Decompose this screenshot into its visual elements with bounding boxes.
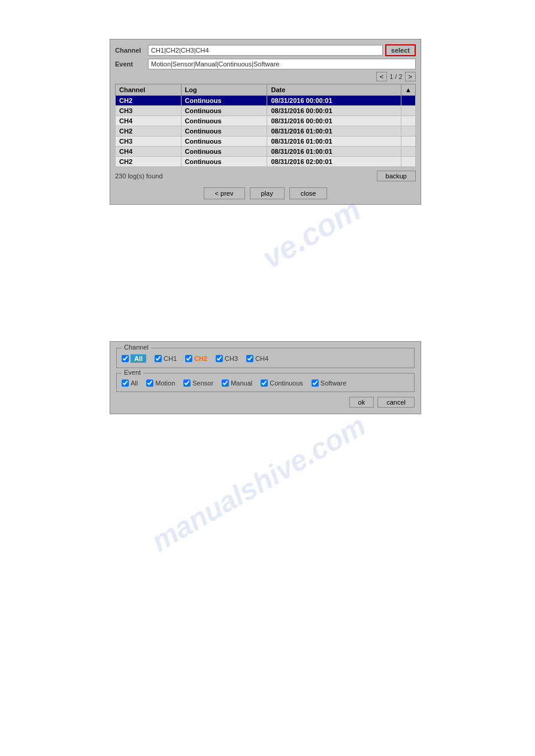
col-channel: Channel — [116, 84, 182, 96]
event-continuous-label: Continuous — [270, 379, 303, 387]
event-continuous-checkbox[interactable] — [261, 379, 268, 387]
event-manual-label: Manual — [231, 379, 252, 387]
col-date: Date — [267, 84, 401, 96]
footer-row: 230 log(s) found backup — [115, 171, 416, 181]
table-row[interactable]: CH4Continuous08/31/2016 00:00:01 — [116, 116, 416, 126]
row-channel: CH2 — [116, 96, 182, 106]
event-value[interactable] — [148, 59, 416, 69]
ok-cancel-row: ok cancel — [116, 397, 415, 408]
row-channel: CH2 — [116, 126, 182, 136]
event-row: Event — [115, 59, 416, 69]
table-row[interactable]: CH4Continuous08/31/2016 01:00:01 — [116, 147, 416, 157]
channel-ch1-label: CH1 — [164, 355, 177, 362]
row-channel: CH3 — [116, 106, 182, 116]
event-software-checkbox[interactable] — [312, 379, 319, 387]
channel-ch3-item[interactable]: CH3 — [216, 355, 238, 362]
channel-ch3-checkbox[interactable] — [216, 355, 223, 362]
event-sensor-item[interactable]: Sensor — [183, 379, 213, 387]
event-motion-label: Motion — [155, 379, 175, 387]
page-prev-button[interactable]: < — [376, 72, 387, 81]
row-channel: CH4 — [116, 116, 182, 126]
row-channel: CH4 — [116, 147, 182, 157]
table-row[interactable]: CH3Continuous08/31/2016 00:00:01 — [116, 106, 416, 116]
event-group: Event All Motion Sensor Manual Continuou… — [116, 373, 415, 392]
channel-ch4-checkbox[interactable] — [246, 355, 253, 362]
row-log: Continuous — [181, 126, 267, 136]
close-button[interactable]: close — [289, 187, 328, 199]
cancel-button[interactable]: cancel — [377, 397, 415, 408]
event-manual-checkbox[interactable] — [222, 379, 229, 387]
row-date: 08/31/2016 01:00:01 — [267, 136, 401, 147]
prev-button[interactable]: < prev — [204, 187, 245, 199]
channel-ch1-item[interactable]: CH1 — [155, 355, 177, 362]
event-all-checkbox[interactable] — [122, 379, 129, 387]
channel-all-item[interactable]: All — [122, 354, 146, 363]
event-sensor-checkbox[interactable] — [183, 379, 191, 387]
event-motion-item[interactable]: Motion — [146, 379, 175, 387]
backup-button[interactable]: backup — [377, 171, 416, 181]
event-motion-checkbox[interactable] — [146, 379, 153, 387]
play-button[interactable]: play — [250, 187, 285, 199]
row-log: Continuous — [181, 116, 267, 126]
event-all-label: All — [131, 379, 138, 387]
channel-ch4-item[interactable]: CH4 — [246, 355, 268, 362]
select-button[interactable]: select — [385, 44, 416, 56]
channel-ch2-checkbox[interactable] — [185, 355, 192, 362]
row-extra — [401, 106, 416, 116]
row-date: 08/31/2016 01:00:01 — [267, 147, 401, 157]
row-extra — [401, 136, 416, 147]
channel-value[interactable] — [148, 45, 383, 56]
row-date: 08/31/2016 00:00:01 — [267, 106, 401, 116]
channel-all-label: All — [131, 354, 146, 363]
row-date: 08/31/2016 00:00:01 — [267, 116, 401, 126]
channel-ch3-label: CH3 — [225, 355, 238, 362]
row-extra — [401, 96, 416, 106]
table-header-row: Channel Log Date ▲ — [116, 84, 416, 96]
row-log: Continuous — [181, 157, 267, 167]
event-checkbox-row: All Motion Sensor Manual Continuous Soft… — [122, 379, 409, 387]
channel-group: Channel All CH1 CH2 CH3 CH4 — [116, 348, 415, 368]
row-log: Continuous — [181, 96, 267, 106]
row-extra — [401, 157, 416, 167]
event-continuous-item[interactable]: Continuous — [261, 379, 303, 387]
page-next-button[interactable]: > — [405, 72, 416, 81]
table-row[interactable]: CH2Continuous08/31/2016 01:00:01 — [116, 126, 416, 136]
event-software-item[interactable]: Software — [312, 379, 346, 387]
row-log: Continuous — [181, 136, 267, 147]
event-software-label: Software — [321, 379, 346, 387]
sort-icon-cell: ▲ — [401, 84, 416, 96]
ok-button[interactable]: ok — [349, 397, 374, 408]
bottom-select-panel: Channel All CH1 CH2 CH3 CH4 — [110, 341, 421, 414]
row-extra — [401, 147, 416, 157]
channel-checkbox-row: All CH1 CH2 CH3 CH4 — [122, 354, 409, 363]
log-table-wrapper: Channel Log Date ▲ CH2Continuous08/31/20… — [115, 84, 416, 167]
page-info: 1 / 2 — [389, 73, 402, 80]
row-date: 08/31/2016 00:00:01 — [267, 96, 401, 106]
table-row[interactable]: CH2Continuous08/31/2016 00:00:01 — [116, 96, 416, 106]
watermark-2: manualshive.com — [146, 409, 371, 558]
channel-ch4-label: CH4 — [255, 355, 268, 362]
pagination-row: < 1 / 2 > — [115, 72, 416, 81]
row-date: 08/31/2016 02:00:01 — [267, 157, 401, 167]
table-row[interactable]: CH2Continuous08/31/2016 02:00:01 — [116, 157, 416, 167]
top-log-panel: Channel select Event < 1 / 2 > Channel L… — [110, 39, 421, 205]
event-all-item[interactable]: All — [122, 379, 138, 387]
channel-all-checkbox[interactable] — [122, 355, 129, 362]
channel-label: Channel — [115, 47, 148, 54]
row-log: Continuous — [181, 106, 267, 116]
channel-ch2-item[interactable]: CH2 — [185, 355, 207, 362]
row-extra — [401, 116, 416, 126]
channel-group-label: Channel — [122, 344, 151, 351]
row-extra — [401, 126, 416, 136]
row-channel: CH3 — [116, 136, 182, 147]
event-group-label: Event — [122, 369, 143, 376]
event-manual-item[interactable]: Manual — [222, 379, 252, 387]
channel-ch1-checkbox[interactable] — [155, 355, 162, 362]
log-table: Channel Log Date ▲ CH2Continuous08/31/20… — [115, 84, 416, 167]
channel-ch2-label: CH2 — [194, 355, 207, 362]
event-sensor-label: Sensor — [192, 379, 213, 387]
event-label: Event — [115, 60, 148, 68]
table-row[interactable]: CH3Continuous08/31/2016 01:00:01 — [116, 136, 416, 147]
row-log: Continuous — [181, 147, 267, 157]
log-count: 230 log(s) found — [115, 172, 163, 180]
